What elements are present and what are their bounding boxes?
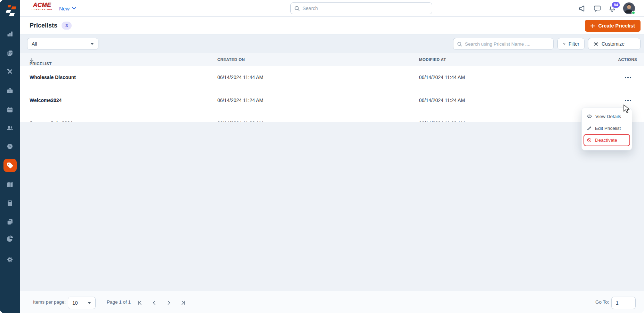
modified-at-value: 06/14/2024 11:24 AM <box>419 97 465 103</box>
created-on-value: 06/14/2024 11:44 AM <box>217 75 263 80</box>
caret-down-icon <box>88 302 91 304</box>
clipboard-tasks-icon <box>6 49 14 57</box>
pricelist-count-badge: 3 <box>62 22 72 30</box>
caret-down-icon <box>90 43 94 45</box>
previous-page-button[interactable] <box>149 298 159 307</box>
goto-page-input[interactable] <box>611 297 636 309</box>
scope-select-value: All <box>32 41 37 47</box>
notification-count-badge: 84 <box>611 1 620 8</box>
menu-item-view-details[interactable]: View Details <box>582 110 632 122</box>
customize-button-label: Customize <box>602 41 625 47</box>
company-logo-subtext: CORPORATION <box>31 9 53 11</box>
pricelist-name: Welcome2024 <box>30 97 62 103</box>
sidebar-item-business[interactable] <box>0 84 20 97</box>
sidebar-item-reports[interactable] <box>0 232 20 245</box>
new-menu-button[interactable]: New <box>59 0 76 17</box>
sidebar-item-calendar[interactable] <box>0 103 20 116</box>
ban-icon <box>587 138 592 143</box>
sidebar-item-calculations[interactable] <box>0 196 20 210</box>
sidebar-item-tasks[interactable] <box>0 46 20 60</box>
user-avatar[interactable] <box>623 2 635 14</box>
settings-gear-icon <box>6 256 14 263</box>
menu-item-label: Deactivate <box>595 138 617 143</box>
items-per-page-label: Items per page: <box>33 299 66 305</box>
notifications-button[interactable]: 84 <box>608 5 616 13</box>
first-page-button[interactable] <box>135 298 144 307</box>
map-icon <box>6 181 14 188</box>
row-actions-button[interactable] <box>620 74 636 81</box>
sidebar-item-dashboard[interactable] <box>0 27 20 40</box>
new-menu-label: New <box>59 6 70 11</box>
sidebar-item-time[interactable] <box>0 140 20 153</box>
create-pricelist-label: Create Pricelist <box>598 23 635 29</box>
page-header: Pricelists 3 Create Pricelist <box>20 17 644 34</box>
pricelist-tag-icon <box>6 162 14 169</box>
sidebar-item-pricelists[interactable] <box>0 159 20 172</box>
scope-select[interactable]: All <box>27 38 98 50</box>
create-pricelist-button[interactable]: Create Pricelist <box>585 20 641 32</box>
menu-item-label: View Details <box>595 114 621 119</box>
sidebar-item-tools[interactable] <box>0 65 20 78</box>
app-logo[interactable] <box>0 2 20 18</box>
sidebar-item-settings[interactable] <box>0 253 20 266</box>
search-icon <box>294 6 300 11</box>
briefcase-icon <box>6 87 14 94</box>
last-page-icon <box>180 300 186 306</box>
column-pricelist-name[interactable]: PRICELIST NAME <box>30 57 34 62</box>
funnel-icon <box>563 41 566 47</box>
next-page-button[interactable] <box>164 298 174 307</box>
company-logo-text: ACME <box>31 2 53 8</box>
sidebar <box>0 0 20 313</box>
app-logo-icon <box>3 3 17 17</box>
filter-bar: All Filter Customize <box>20 34 644 53</box>
modified-at-value: 06/14/2024 11:44 AM <box>419 75 465 80</box>
company-logo[interactable]: ACME CORPORATION <box>31 2 53 11</box>
sidebar-item-people[interactable] <box>0 121 20 134</box>
chevron-right-icon <box>166 300 172 306</box>
search-icon <box>457 41 462 47</box>
customize-button[interactable]: Customize <box>588 38 641 50</box>
calculator-icon <box>6 199 14 207</box>
goto-label: Go To: <box>595 299 609 305</box>
filter-button[interactable]: Filter <box>557 38 585 50</box>
eye-icon <box>587 114 592 119</box>
messages-button[interactable] <box>593 5 601 13</box>
announcements-button[interactable] <box>578 5 586 13</box>
pencil-icon <box>587 126 592 131</box>
sidebar-item-territories[interactable] <box>0 178 20 191</box>
menu-item-label: Edit Pricelist <box>595 126 621 131</box>
table-row[interactable]: Welcome2024 06/14/2024 11:24 AM 06/14/20… <box>20 89 644 112</box>
chat-icon <box>593 5 601 13</box>
online-status-dot <box>631 11 635 15</box>
first-page-icon <box>137 300 143 306</box>
last-page-button[interactable] <box>178 298 188 307</box>
pricelist-search-input[interactable] <box>465 41 550 47</box>
clock-icon <box>6 143 14 150</box>
active-tile <box>3 159 17 172</box>
filter-button-label: Filter <box>569 41 579 47</box>
gear-icon <box>593 41 599 47</box>
row-actions-menu: View Details Edit Pricelist Deactivate <box>581 108 632 150</box>
row-actions-button[interactable] <box>620 97 636 104</box>
sidebar-item-documents[interactable] <box>0 215 20 228</box>
plus-icon <box>590 24 595 28</box>
column-created-on[interactable]: CREATED ON <box>217 57 245 62</box>
table-empty-area <box>20 122 644 291</box>
topbar: ACME CORPORATION New 84 <box>20 0 644 17</box>
column-modified-at[interactable]: MODIFIED AT <box>419 57 446 62</box>
global-search <box>290 2 432 14</box>
pagination-bar: Items per page: 10 Page 1 of 1 Go To: <box>20 291 644 313</box>
menu-item-edit-pricelist[interactable]: Edit Pricelist <box>582 122 632 134</box>
items-per-page-select[interactable]: 10 <box>68 297 96 309</box>
items-per-page-value: 10 <box>72 300 78 306</box>
created-on-value: 06/14/2024 11:24 AM <box>217 97 263 103</box>
page-info: Page 1 of 1 <box>107 299 131 305</box>
chevron-down-icon <box>72 7 76 10</box>
copy-documents-icon <box>6 218 14 226</box>
global-search-input[interactable] <box>303 6 428 11</box>
calendar-icon <box>6 106 14 114</box>
menu-item-deactivate[interactable]: Deactivate <box>582 134 632 146</box>
column-actions: ACTIONS <box>618 57 637 62</box>
pricelist-name: Wholesale Discount <box>30 75 76 80</box>
table-row[interactable]: Wholesale Discount 06/14/2024 11:44 AM 0… <box>20 66 644 89</box>
